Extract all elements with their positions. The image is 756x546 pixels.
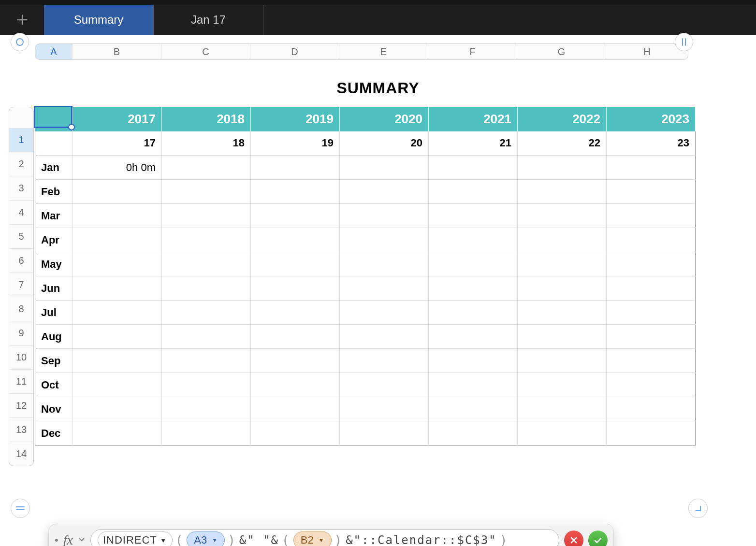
cell-B7[interactable] — [73, 252, 162, 276]
cell-E3[interactable] — [340, 156, 429, 180]
cell-B10[interactable] — [73, 325, 162, 349]
column-header-A[interactable]: A — [35, 43, 73, 60]
cell-B9[interactable] — [73, 301, 162, 325]
cell-G2[interactable]: 22 — [518, 131, 607, 156]
cell-E8[interactable] — [340, 276, 429, 301]
row-header-blank[interactable] — [9, 107, 34, 128]
cell-F1[interactable]: 2021 — [429, 107, 518, 131]
cell-D13[interactable] — [251, 397, 340, 421]
cell-G11[interactable] — [518, 349, 607, 373]
cell-E13[interactable] — [340, 397, 429, 421]
cell-H9[interactable] — [607, 301, 696, 325]
row-header-1[interactable]: 1 — [9, 128, 34, 152]
cell-F14[interactable] — [429, 421, 518, 445]
cell-A10[interactable]: Aug — [35, 325, 73, 349]
cell-F12[interactable] — [429, 373, 518, 397]
cell-A8[interactable]: Jun — [35, 276, 73, 301]
cell-E12[interactable] — [340, 373, 429, 397]
cell-B3[interactable]: 0h 0m — [73, 156, 162, 180]
cell-B11[interactable] — [73, 349, 162, 373]
row-header-6[interactable]: 6 — [9, 249, 34, 273]
cell-C13[interactable] — [162, 397, 251, 421]
resize-table-handle[interactable] — [688, 499, 708, 518]
row-header-2[interactable]: 2 — [9, 152, 34, 176]
cell-F10[interactable] — [429, 325, 518, 349]
column-header-E[interactable]: E — [339, 43, 428, 60]
cell-ref-B2[interactable]: B2▼ — [293, 532, 332, 546]
cell-E14[interactable] — [340, 421, 429, 445]
cell-G9[interactable] — [518, 301, 607, 325]
cell-H11[interactable] — [607, 349, 696, 373]
cell-E10[interactable] — [340, 325, 429, 349]
cell-A7[interactable]: May — [35, 252, 73, 276]
cell-G7[interactable] — [518, 252, 607, 276]
cell-F7[interactable] — [429, 252, 518, 276]
cell-A5[interactable]: Mar — [35, 204, 73, 228]
cell-D7[interactable] — [251, 252, 340, 276]
cell-B1[interactable]: 2017 — [73, 107, 162, 131]
cell-H3[interactable] — [607, 156, 696, 180]
column-header-B[interactable]: B — [73, 43, 161, 60]
cell-H1[interactable]: 2023 — [607, 107, 696, 131]
cell-E11[interactable] — [340, 349, 429, 373]
row-header-7[interactable]: 7 — [9, 273, 34, 297]
row-header-3[interactable]: 3 — [9, 176, 34, 201]
cell-B13[interactable] — [73, 397, 162, 421]
cell-E9[interactable] — [340, 301, 429, 325]
cell-B5[interactable] — [73, 204, 162, 228]
cell-C8[interactable] — [162, 276, 251, 301]
cancel-formula-button[interactable] — [564, 531, 583, 546]
cell-H4[interactable] — [607, 180, 696, 204]
cell-A4[interactable]: Feb — [35, 180, 73, 204]
cell-C7[interactable] — [162, 252, 251, 276]
cell-C10[interactable] — [162, 325, 251, 349]
cell-G13[interactable] — [518, 397, 607, 421]
cell-G4[interactable] — [518, 180, 607, 204]
confirm-formula-button[interactable] — [588, 531, 608, 546]
cell-A2[interactable] — [35, 131, 73, 156]
cell-G14[interactable] — [518, 421, 607, 445]
cell-E7[interactable] — [340, 252, 429, 276]
row-header-5[interactable]: 5 — [9, 225, 34, 249]
cell-F9[interactable] — [429, 301, 518, 325]
add-row-handle[interactable] — [11, 499, 30, 518]
cell-H12[interactable] — [607, 373, 696, 397]
cell-B14[interactable] — [73, 421, 162, 445]
cell-C2[interactable]: 18 — [162, 131, 251, 156]
cell-E5[interactable] — [340, 204, 429, 228]
cell-E2[interactable]: 20 — [340, 131, 429, 156]
cell-D6[interactable] — [251, 228, 340, 252]
cell-F3[interactable] — [429, 156, 518, 180]
cell-B2[interactable]: 17 — [73, 131, 162, 156]
cell-D12[interactable] — [251, 373, 340, 397]
column-header-D[interactable]: D — [250, 43, 339, 60]
row-header-9[interactable]: 9 — [9, 321, 34, 345]
row-header-12[interactable]: 12 — [9, 394, 34, 418]
cell-G1[interactable]: 2022 — [518, 107, 607, 131]
cell-D10[interactable] — [251, 325, 340, 349]
cell-E1[interactable]: 2020 — [340, 107, 429, 131]
cell-A13[interactable]: Nov — [35, 397, 73, 421]
cell-D1[interactable]: 2019 — [251, 107, 340, 131]
row-header-11[interactable]: 11 — [9, 370, 34, 394]
cell-H14[interactable] — [607, 421, 696, 445]
cell-F2[interactable]: 21 — [429, 131, 518, 156]
add-sheet-button[interactable] — [0, 5, 44, 35]
cell-ref-A3[interactable]: A3▼ — [187, 532, 225, 546]
cell-C1[interactable]: 2018 — [162, 107, 251, 131]
cell-F4[interactable] — [429, 180, 518, 204]
row-header-13[interactable]: 13 — [9, 418, 34, 442]
add-column-handle[interactable] — [675, 33, 693, 51]
cell-D3[interactable] — [251, 156, 340, 180]
tab-summary[interactable]: Summary — [44, 5, 154, 35]
cell-A11[interactable]: Sep — [35, 349, 73, 373]
cell-D11[interactable] — [251, 349, 340, 373]
row-header-8[interactable]: 8 — [9, 297, 34, 321]
row-header-4[interactable]: 4 — [9, 201, 34, 225]
cell-G10[interactable] — [518, 325, 607, 349]
cell-C9[interactable] — [162, 301, 251, 325]
cell-D8[interactable] — [251, 276, 340, 301]
cell-G5[interactable] — [518, 204, 607, 228]
cell-A6[interactable]: Apr — [35, 228, 73, 252]
cell-C14[interactable] — [162, 421, 251, 445]
